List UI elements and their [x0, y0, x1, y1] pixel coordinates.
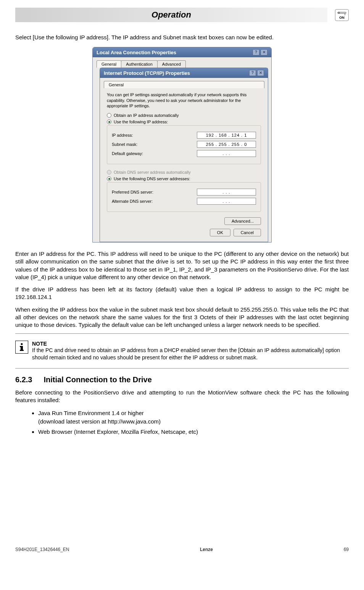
help-icon[interactable]: ?: [253, 49, 259, 55]
intro-text: Select [Use the following IP address]. T…: [15, 34, 349, 41]
dns-fields-group: Preferred DNS server: . . . Alternate DN…: [107, 182, 261, 212]
inner-tab-general[interactable]: General: [104, 81, 264, 88]
ip-address-label: IP address:: [112, 133, 197, 137]
footer-doc-id: S94H201E_13426446_EN: [15, 547, 69, 552]
dialog-description: You can get IP settings assigned automat…: [107, 92, 261, 108]
section-number: 6.2.3: [15, 375, 32, 384]
radio-icon: [107, 176, 111, 181]
lan-properties-dialog: Local Area Connection Properties ? ✕ Gen…: [92, 47, 272, 242]
outer-titlebar[interactable]: Local Area Connection Properties ? ✕: [93, 47, 271, 57]
inner-titlebar[interactable]: Internet Protocol (TCP/IP) Properties ? …: [100, 68, 268, 78]
divider: [15, 368, 349, 369]
default-gateway-label: Default gateway:: [112, 151, 197, 156]
requirements-list: Java Run Time Environment 1.4 or higher …: [38, 409, 349, 436]
list-item: Java Run Time Environment 1.4 or higher …: [38, 409, 349, 426]
radio-label: Use the following DNS server addresses:: [114, 176, 190, 181]
radio-icon: [107, 120, 111, 124]
help-icon[interactable]: ?: [249, 70, 256, 76]
svg-point-3: [21, 343, 23, 345]
note-title: NOTE: [32, 341, 349, 347]
alternate-dns-input[interactable]: . . .: [197, 198, 256, 205]
outer-dialog-title: Local Area Connection Properties: [97, 50, 176, 55]
radio-use-following-dns[interactable]: Use the following DNS server addresses:: [107, 176, 261, 181]
list-item-subtext: (download latest version at http://www.j…: [38, 418, 161, 425]
dialog-container: Local Area Connection Properties ? ✕ Gen…: [15, 47, 349, 242]
alternate-dns-label: Alternate DNS server:: [112, 199, 197, 204]
paragraph-3: When exiting the IP address box the valu…: [15, 306, 349, 329]
svg-rect-0: [338, 12, 346, 13]
radio-icon: [107, 170, 111, 175]
footer-page-number: 69: [344, 547, 349, 552]
list-item: Web Browser (Internet Explorer, Mozilla …: [38, 428, 349, 436]
radio-label: Obtain an IP address automatically: [114, 113, 179, 118]
preferred-dns-input[interactable]: . . .: [197, 189, 256, 196]
power-on-icon: ON: [335, 9, 349, 21]
section-heading: 6.2.3 Initial Connection to the Drive: [15, 375, 349, 384]
radio-obtain-ip-auto[interactable]: Obtain an IP address automatically: [107, 113, 261, 118]
tcpip-properties-dialog: Internet Protocol (TCP/IP) Properties ? …: [100, 68, 268, 242]
page-header: Operation ON: [15, 8, 349, 22]
radio-label: Use the following IP address:: [114, 120, 168, 124]
divider: [15, 333, 349, 334]
note-box: NOTE If the PC and drive need to obtain …: [15, 341, 349, 361]
page-footer: S94H201E_13426446_EN Lenze 69: [15, 547, 349, 552]
radio-icon: [107, 113, 111, 118]
note-text: If the PC and drive need to obtain an IP…: [32, 347, 349, 361]
svg-rect-5: [20, 350, 24, 351]
tab-general[interactable]: General: [97, 60, 121, 68]
tab-advanced[interactable]: Advanced: [157, 60, 186, 68]
close-icon[interactable]: ✕: [261, 49, 267, 55]
power-on-label: ON: [337, 16, 346, 19]
advanced-button[interactable]: Advanced...: [224, 217, 261, 225]
paragraph-1: Enter an IP address for the PC. This IP …: [15, 250, 349, 281]
footer-brand: Lenze: [200, 547, 213, 552]
info-icon: [15, 341, 28, 354]
preferred-dns-label: Preferred DNS server:: [112, 190, 197, 194]
outer-tabs: General Authentication Advanced: [93, 57, 271, 68]
page-title: Operation: [15, 8, 327, 22]
svg-rect-6: [20, 346, 22, 347]
inner-dialog-title: Internet Protocol (TCP/IP) Properties: [104, 70, 190, 76]
paragraph-4: Before connecting to the PositionServo d…: [15, 389, 349, 404]
cancel-button[interactable]: Cancel: [234, 229, 261, 236]
ip-address-input[interactable]: 192 . 168 . 124 . 1: [197, 132, 256, 139]
radio-use-following-ip[interactable]: Use the following IP address:: [107, 120, 261, 124]
close-icon[interactable]: ✕: [257, 70, 264, 76]
section-title: Initial Connection to the Drive: [43, 375, 151, 384]
subnet-mask-label: Subnet mask:: [112, 142, 197, 147]
subnet-mask-input[interactable]: 255 . 255 . 255 . 0: [197, 141, 256, 148]
list-item-text: Java Run Time Environment 1.4 or higher: [38, 410, 144, 416]
paragraph-2: If the drive IP address has been left at…: [15, 286, 349, 301]
radio-obtain-dns-auto: Obtain DNS server address automatically: [107, 170, 261, 175]
ip-fields-group: IP address: 192 . 168 . 124 . 1 Subnet m…: [107, 125, 261, 164]
radio-label: Obtain DNS server address automatically: [114, 170, 191, 175]
default-gateway-input[interactable]: . . .: [197, 150, 256, 157]
ok-button[interactable]: OK: [210, 229, 230, 236]
tab-authentication[interactable]: Authentication: [121, 60, 158, 68]
